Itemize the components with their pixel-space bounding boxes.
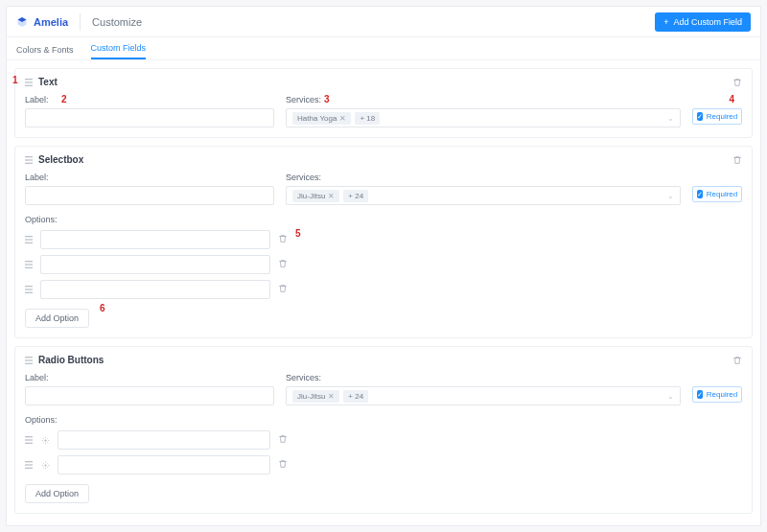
topbar: Amelia Customize + Add Custom Field bbox=[7, 7, 760, 37]
delete-field-icon[interactable] bbox=[732, 356, 742, 365]
add-option-button[interactable]: Add Option bbox=[25, 484, 89, 503]
delete-option-icon[interactable] bbox=[278, 259, 288, 270]
option-input[interactable] bbox=[58, 430, 270, 450]
tab-custom-fields[interactable]: Custom Fields bbox=[91, 43, 147, 59]
service-tag: Jiu-Jitsu ✕ bbox=[292, 390, 339, 403]
chevron-down-icon: ⌄ bbox=[667, 392, 674, 401]
svg-point-0 bbox=[44, 439, 46, 441]
label-heading: Label: bbox=[25, 95, 274, 104]
label-heading: Label: bbox=[25, 373, 274, 382]
checkbox-checked-icon: ✓ bbox=[697, 190, 703, 198]
remove-tag-icon[interactable]: ✕ bbox=[328, 392, 335, 401]
card-type-title: Selectbox bbox=[38, 154, 83, 165]
delete-field-icon[interactable] bbox=[732, 78, 742, 87]
label-input[interactable] bbox=[25, 386, 274, 405]
delete-option-icon[interactable] bbox=[278, 284, 288, 295]
card-type-title: Radio Buttons bbox=[38, 355, 104, 365]
tabs: Colors & Fonts Custom Fields bbox=[7, 37, 760, 60]
option-row bbox=[25, 280, 742, 299]
option-row bbox=[25, 255, 742, 274]
gear-icon[interactable] bbox=[40, 435, 50, 445]
services-select[interactable]: Hatha Yoga ✕ + 18 ⌄ bbox=[286, 108, 681, 127]
checkbox-checked-icon: ✓ bbox=[697, 112, 703, 121]
service-tag-label: Jiu-Jitsu bbox=[297, 392, 325, 401]
spacer-label bbox=[692, 173, 742, 182]
delete-option-icon[interactable] bbox=[278, 434, 288, 446]
custom-field-card-selectbox: Selectbox Label: Services: Jiu-Ji bbox=[14, 146, 753, 338]
chevron-down-icon: ⌄ bbox=[667, 114, 674, 123]
custom-field-card-radio: Radio Buttons Label: Services: Ji bbox=[14, 346, 753, 514]
annotation-6: 6 bbox=[100, 303, 105, 313]
required-label: Required bbox=[707, 112, 737, 121]
delete-option-icon[interactable] bbox=[278, 459, 288, 471]
drag-handle-icon[interactable] bbox=[25, 261, 33, 268]
services-heading: Services: bbox=[286, 173, 681, 182]
label-input[interactable] bbox=[25, 108, 274, 127]
delete-option-icon[interactable] bbox=[278, 234, 288, 245]
content-area: 1 2 3 4 Text Label: bbox=[7, 60, 760, 525]
services-heading: Services: bbox=[286, 95, 681, 104]
required-label: Required bbox=[707, 190, 737, 198]
add-custom-field-label: Add Custom Field bbox=[673, 17, 742, 27]
drag-handle-icon[interactable] bbox=[25, 79, 33, 86]
option-input[interactable] bbox=[58, 455, 270, 474]
card-type-title: Text bbox=[38, 77, 58, 87]
checkbox-checked-icon: ✓ bbox=[697, 390, 703, 399]
drag-handle-icon[interactable] bbox=[25, 236, 33, 243]
required-toggle[interactable]: ✓ Required bbox=[692, 186, 742, 202]
services-select[interactable]: Jiu-Jitsu ✕ + 24 ⌄ bbox=[286, 186, 681, 205]
services-heading: Services: bbox=[286, 373, 681, 382]
chevron-down-icon: ⌄ bbox=[667, 192, 674, 200]
service-tag-more: + 24 bbox=[343, 190, 368, 202]
spacer-label bbox=[692, 95, 742, 104]
annotation-1: 1 bbox=[12, 75, 18, 85]
drag-handle-icon[interactable] bbox=[25, 357, 33, 364]
remove-tag-icon[interactable]: ✕ bbox=[328, 192, 335, 200]
option-row bbox=[25, 455, 742, 474]
service-tag-label: Hatha Yoga bbox=[297, 114, 337, 123]
option-input[interactable] bbox=[40, 280, 270, 299]
drag-handle-icon[interactable] bbox=[25, 436, 33, 444]
remove-tag-icon[interactable]: ✕ bbox=[339, 114, 346, 123]
brand: Amelia bbox=[16, 16, 68, 28]
spacer-label bbox=[692, 373, 742, 382]
service-tag: Hatha Yoga ✕ bbox=[292, 112, 351, 125]
add-custom-field-button[interactable]: + Add Custom Field bbox=[655, 12, 751, 32]
brand-name: Amelia bbox=[34, 16, 68, 28]
gear-icon[interactable] bbox=[40, 460, 50, 470]
plus-icon: + bbox=[663, 17, 668, 27]
page-title: Customize bbox=[92, 16, 142, 28]
required-label: Required bbox=[707, 390, 737, 399]
brand-logo-icon bbox=[16, 16, 28, 28]
service-tag: Jiu-Jitsu ✕ bbox=[292, 190, 339, 202]
services-select[interactable]: Jiu-Jitsu ✕ + 24 ⌄ bbox=[286, 386, 681, 405]
add-option-button[interactable]: Add Option bbox=[25, 309, 89, 328]
svg-point-1 bbox=[44, 464, 46, 466]
option-input[interactable] bbox=[40, 230, 270, 249]
label-input[interactable] bbox=[25, 186, 274, 205]
drag-handle-icon[interactable] bbox=[25, 156, 33, 164]
options-heading: Options: bbox=[25, 415, 742, 425]
label-heading: Label: bbox=[25, 173, 274, 182]
service-tag-more: + 18 bbox=[355, 112, 380, 125]
service-tag-label: Jiu-Jitsu bbox=[297, 192, 325, 200]
drag-handle-icon[interactable] bbox=[25, 286, 33, 293]
option-row bbox=[25, 230, 742, 249]
custom-field-card-text: 1 2 3 4 Text Label: bbox=[14, 68, 753, 138]
option-input[interactable] bbox=[40, 255, 270, 274]
required-toggle[interactable]: ✓ Required bbox=[692, 386, 742, 403]
delete-field-icon[interactable] bbox=[732, 155, 742, 165]
required-toggle[interactable]: ✓ Required bbox=[692, 108, 742, 125]
drag-handle-icon[interactable] bbox=[25, 461, 33, 469]
service-tag-more: + 24 bbox=[343, 390, 368, 403]
options-heading: Options: bbox=[25, 215, 742, 224]
vertical-divider bbox=[80, 13, 81, 31]
tab-colors-fonts[interactable]: Colors & Fonts bbox=[16, 45, 74, 59]
option-row bbox=[25, 430, 742, 450]
